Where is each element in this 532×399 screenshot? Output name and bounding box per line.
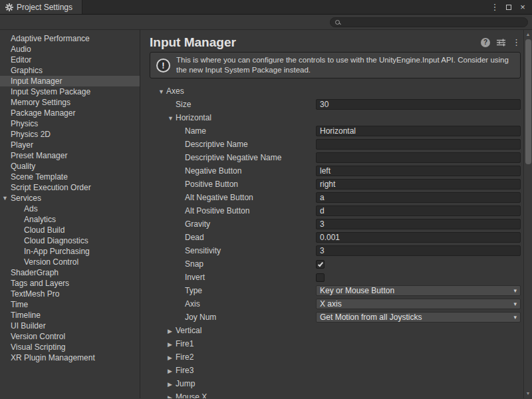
- sidebar-item-physics[interactable]: Physics: [0, 118, 140, 129]
- sidebar-item-script-execution-order[interactable]: Script Execution Order: [0, 182, 140, 193]
- search-input[interactable]: [343, 17, 523, 27]
- sidebar-item-tags-and-layers[interactable]: Tags and Layers: [0, 278, 140, 289]
- sidebar-item-preset-manager[interactable]: Preset Manager: [0, 150, 140, 161]
- help-icon[interactable]: ?: [481, 38, 490, 47]
- search-box[interactable]: [330, 17, 528, 27]
- foldout-triangle-icon[interactable]: ▼: [2, 193, 9, 203]
- sidebar-item-label: Audio: [11, 45, 31, 54]
- sidebar-item-adaptive-performance[interactable]: Adaptive Performance: [0, 33, 140, 44]
- property-row-jump: ▶Jump: [150, 377, 521, 390]
- sidebar-item-player[interactable]: Player: [0, 140, 140, 150]
- sidebar-item-label: Physics 2D: [11, 130, 51, 139]
- sidebar-item-quality[interactable]: Quality: [0, 161, 140, 172]
- foldout-triangle-icon[interactable]: ▶: [168, 341, 176, 348]
- property-row-mouse-x: ▶Mouse X: [150, 390, 521, 398]
- sidebar-item-input-manager[interactable]: Input Manager: [0, 76, 140, 86]
- name-field[interactable]: [316, 126, 521, 136]
- foldout-triangle-icon[interactable]: ▶: [168, 381, 176, 388]
- property-label: Descriptive Negative Name: [185, 153, 281, 162]
- sidebar-item-services[interactable]: ▼ Services: [0, 193, 140, 203]
- property-control: Get Motion from all Joysticks▾: [316, 312, 521, 323]
- window-menu-button[interactable]: ⋮: [489, 1, 501, 13]
- axes-foldout-label[interactable]: Axes: [166, 86, 184, 96]
- page-title: Input Manager: [150, 35, 236, 50]
- main-header: Input Manager ? ⋮: [150, 35, 521, 50]
- sidebar-item-physics-2d[interactable]: Physics 2D: [0, 129, 140, 140]
- sidebar-item-analytics[interactable]: Analytics: [0, 214, 140, 225]
- size-field[interactable]: [316, 99, 521, 110]
- joy-num-dropdown[interactable]: Get Motion from all Joysticks▾: [316, 312, 521, 323]
- property-label: Dead: [185, 233, 204, 242]
- vertical-foldout-label[interactable]: Vertical: [176, 326, 201, 335]
- sidebar-item-cloud-build[interactable]: Cloud Build: [0, 225, 140, 235]
- mouse-x-foldout-label[interactable]: Mouse X: [176, 392, 207, 398]
- sidebar-item-in-app-purchasing[interactable]: In-App Purchasing: [0, 246, 140, 257]
- snap-checkbox[interactable]: [316, 260, 325, 269]
- tab-project-settings[interactable]: Project Settings: [0, 0, 82, 14]
- sidebar-item-editor[interactable]: Editor: [0, 55, 140, 65]
- maximize-button[interactable]: [503, 1, 515, 13]
- sidebar-item-shadergraph[interactable]: ShaderGraph: [0, 267, 140, 278]
- type-dropdown[interactable]: Key or Mouse Button▾: [316, 285, 521, 296]
- sidebar-item-cloud-diagnostics[interactable]: Cloud Diagnostics: [0, 235, 140, 246]
- sidebar-item-label: Editor: [11, 55, 31, 65]
- property-row-dead: Dead: [150, 231, 521, 244]
- kebab-menu-icon[interactable]: ⋮: [512, 38, 521, 47]
- sidebar-item-input-system-package[interactable]: Input System Package: [0, 86, 140, 97]
- property-row-positive-button: Positive Button: [150, 178, 521, 191]
- property-row-vertical: ▶Vertical: [150, 324, 521, 337]
- property-row-axes: ▼Axes: [150, 84, 521, 98]
- sidebar-item-scene-template[interactable]: Scene Template: [0, 172, 140, 182]
- property-row-gravity: Gravity: [150, 217, 521, 231]
- alt-negative-button-field[interactable]: [316, 192, 521, 203]
- scroll-down-icon[interactable]: ▼: [524, 390, 532, 398]
- foldout-triangle-icon[interactable]: ▶: [168, 394, 176, 398]
- property-label: Joy Num: [185, 313, 216, 322]
- foldout-triangle-icon[interactable]: ▶: [168, 354, 176, 361]
- scrollbar-thumb[interactable]: [525, 39, 531, 164]
- foldout-triangle-icon[interactable]: ▼: [158, 88, 166, 95]
- sidebar-item-label: Player: [11, 140, 33, 150]
- toolbar: [0, 15, 532, 30]
- sidebar-item-ads[interactable]: Ads: [0, 203, 140, 214]
- tab-title: Project Settings: [17, 3, 72, 12]
- descriptive-negative-name-field[interactable]: [316, 152, 521, 163]
- foldout-triangle-icon[interactable]: ▶: [168, 328, 176, 334]
- fire1-foldout-label[interactable]: Fire1: [176, 339, 194, 348]
- presets-icon[interactable]: [497, 39, 505, 47]
- sidebar-item-package-manager[interactable]: Package Manager: [0, 108, 140, 118]
- gravity-field[interactable]: [316, 219, 521, 229]
- vertical-scrollbar[interactable]: ▲ ▼: [523, 30, 532, 398]
- fire3-foldout-label[interactable]: Fire3: [176, 366, 194, 375]
- property-control: [316, 219, 521, 229]
- alt-positive-button-field[interactable]: [316, 205, 521, 216]
- property-label: Axis: [185, 299, 200, 309]
- sidebar-item-visual-scripting[interactable]: Visual Scripting: [0, 342, 140, 352]
- axis-dropdown[interactable]: X axis▾: [316, 299, 521, 309]
- invert-checkbox[interactable]: [316, 273, 325, 282]
- foldout-triangle-icon[interactable]: ▼: [168, 115, 176, 122]
- sidebar-item-graphics[interactable]: Graphics: [0, 65, 140, 76]
- fire2-foldout-label[interactable]: Fire2: [176, 352, 194, 362]
- sidebar-item-textmesh-pro[interactable]: TextMesh Pro: [0, 289, 140, 299]
- scroll-up-icon[interactable]: ▲: [524, 31, 532, 39]
- sidebar-item-time[interactable]: Time: [0, 299, 140, 310]
- foldout-triangle-icon[interactable]: ▶: [168, 368, 176, 374]
- close-button[interactable]: ×: [517, 1, 529, 13]
- negative-button-field[interactable]: [316, 166, 521, 176]
- sidebar-item-audio[interactable]: Audio: [0, 44, 140, 55]
- horizontal-foldout-label[interactable]: Horizontal: [176, 113, 211, 122]
- sidebar-item-xr-plugin-management[interactable]: XR Plugin Management: [0, 352, 140, 363]
- sensitivity-field[interactable]: [316, 245, 521, 256]
- property-row-type: TypeKey or Mouse Button▾: [150, 284, 521, 297]
- sidebar-item-version-control[interactable]: Version Control: [0, 331, 140, 342]
- sidebar-item-timeline[interactable]: Timeline: [0, 310, 140, 321]
- sidebar-item-version-control[interactable]: Version Control: [0, 257, 140, 267]
- sidebar-item-memory-settings[interactable]: Memory Settings: [0, 97, 140, 108]
- positive-button-field[interactable]: [316, 179, 521, 190]
- sidebar-item-ui-builder[interactable]: UI Builder: [0, 321, 140, 331]
- descriptive-name-field[interactable]: [316, 139, 521, 150]
- dead-field[interactable]: [316, 232, 521, 243]
- jump-foldout-label[interactable]: Jump: [176, 379, 195, 388]
- sidebar-item-label: Physics: [11, 119, 38, 128]
